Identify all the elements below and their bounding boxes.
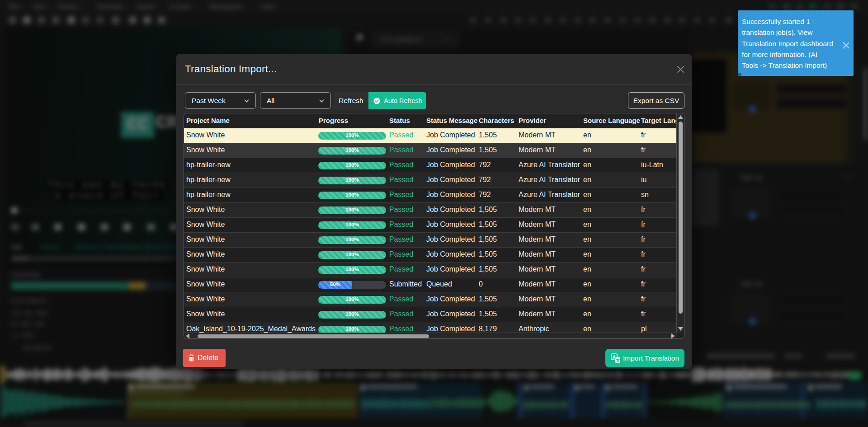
svg-text:文: 文: [615, 358, 620, 363]
